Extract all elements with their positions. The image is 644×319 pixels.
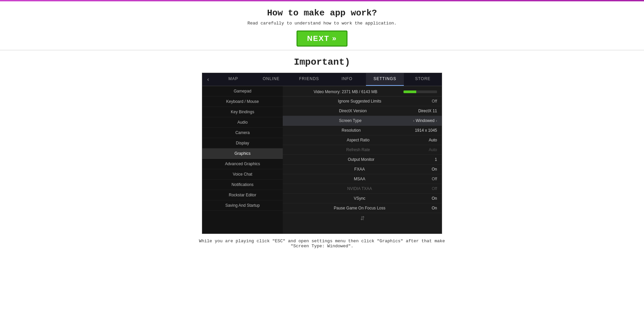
settings-row-directx[interactable]: DirectX Version DirectX 11 bbox=[283, 106, 442, 116]
video-memory-fill bbox=[404, 90, 416, 93]
label-screen-type: Screen Type bbox=[287, 118, 413, 123]
settings-row-output-monitor[interactable]: Output Monitor 1 bbox=[283, 155, 442, 165]
sidebar-item-notifications[interactable]: Notifications bbox=[202, 180, 283, 190]
settings-sidebar: Gamepad Keyboard / Mouse Key Bindings Au… bbox=[202, 86, 283, 234]
sidebar-item-key-bindings[interactable]: Key Bindings bbox=[202, 107, 283, 117]
settings-row-vsync[interactable]: VSync On bbox=[283, 194, 442, 203]
header: How to make app work? Read carefully to … bbox=[0, 1, 644, 50]
label-fxaa: FXAA bbox=[287, 167, 432, 172]
next-button[interactable]: NEXT » bbox=[297, 30, 347, 47]
settings-content: Video Memory: 2371 MB / 6143 MB Ignore S… bbox=[283, 86, 442, 234]
sidebar-item-advanced-graphics[interactable]: Advanced Graphics bbox=[202, 159, 283, 169]
sidebar-item-saving-startup[interactable]: Saving And Startup bbox=[202, 200, 283, 211]
value-refresh-rate: Auto bbox=[429, 147, 437, 152]
sidebar-item-gamepad[interactable]: Gamepad bbox=[202, 86, 283, 97]
settings-row-resolution[interactable]: Resolution 1914 x 1045 bbox=[283, 126, 442, 135]
gta-panel: ‹ MAP ONLINE FRIENDS INFO SETTINGS STORE… bbox=[202, 73, 442, 234]
nav-map[interactable]: MAP bbox=[214, 73, 252, 86]
gta-nav: ‹ MAP ONLINE FRIENDS INFO SETTINGS STORE bbox=[202, 73, 442, 86]
subtitle: Read carefully to understand how to work… bbox=[0, 21, 644, 26]
value-pause-game: On bbox=[432, 206, 437, 210]
label-aspect-ratio: Aspect Ratio bbox=[287, 138, 429, 142]
sidebar-item-voice-chat[interactable]: Voice Chat bbox=[202, 169, 283, 180]
value-vsync: On bbox=[432, 196, 437, 201]
label-output-monitor: Output Monitor bbox=[287, 157, 435, 162]
nav-settings[interactable]: SETTINGS bbox=[366, 73, 404, 86]
label-resolution: Resolution bbox=[287, 128, 415, 133]
label-pause-game: Pause Game On Focus Loss bbox=[287, 206, 432, 210]
sidebar-item-camera[interactable]: Camera bbox=[202, 128, 283, 138]
settings-row-aspect-ratio[interactable]: Aspect Ratio Auto bbox=[283, 135, 442, 145]
value-output-monitor: 1 bbox=[435, 157, 437, 162]
sidebar-item-display[interactable]: Display bbox=[202, 138, 283, 148]
video-memory-label: Video Memory: 2371 MB / 6143 MB bbox=[287, 89, 404, 94]
label-refresh-rate: Refresh Rate bbox=[287, 147, 429, 152]
video-memory-row: Video Memory: 2371 MB / 6143 MB bbox=[283, 86, 442, 97]
value-screen-type: ‹ Windowed › bbox=[413, 118, 437, 123]
next-arrows: » bbox=[332, 34, 337, 43]
sidebar-item-keyboard-mouse[interactable]: Keyboard / Mouse bbox=[202, 97, 283, 107]
label-ignore-limits: Ignore Suggested Limits bbox=[287, 99, 432, 104]
scroll-indicator: ⇵ bbox=[283, 213, 442, 224]
settings-row-fxaa[interactable]: FXAA On bbox=[283, 165, 442, 174]
value-fxaa: On bbox=[432, 167, 437, 172]
next-label: NEXT bbox=[307, 34, 332, 43]
sidebar-item-rockstar-editor[interactable]: Rockstar Editor bbox=[202, 190, 283, 200]
value-nvidia-txaa: Off bbox=[432, 186, 437, 191]
label-msaa: MSAA bbox=[287, 177, 432, 181]
nav-info[interactable]: INFO bbox=[328, 73, 366, 86]
video-memory-bar bbox=[404, 90, 437, 93]
gta-content: Gamepad Keyboard / Mouse Key Bindings Au… bbox=[202, 86, 442, 234]
important-title: Important) bbox=[0, 57, 644, 67]
label-directx: DirectX Version bbox=[287, 109, 418, 113]
nav-friends[interactable]: FRIENDS bbox=[290, 73, 328, 86]
nav-online[interactable]: ONLINE bbox=[252, 73, 290, 86]
settings-row-nvidia-txaa: NVIDIA TXAA Off bbox=[283, 184, 442, 194]
settings-row-screen-type[interactable]: Screen Type ‹ Windowed › bbox=[283, 116, 442, 126]
footer-text: While you are playing click "ESC" and op… bbox=[171, 234, 473, 253]
sidebar-item-audio[interactable]: Audio bbox=[202, 117, 283, 128]
screen-type-text: Windowed bbox=[416, 118, 434, 123]
value-msaa: Off bbox=[432, 177, 437, 181]
important-section: Important) ‹ MAP ONLINE FRIENDS INFO SET… bbox=[0, 50, 644, 257]
sidebar-item-graphics[interactable]: Graphics bbox=[202, 148, 283, 159]
nav-back[interactable]: ‹ bbox=[202, 73, 214, 86]
page-title: How to make app work? bbox=[0, 8, 644, 18]
chevron-right-icon: › bbox=[436, 119, 437, 123]
settings-row-pause-game[interactable]: Pause Game On Focus Loss On bbox=[283, 203, 442, 213]
chevron-left-icon: ‹ bbox=[413, 119, 415, 123]
settings-row-msaa[interactable]: MSAA Off bbox=[283, 174, 442, 184]
label-nvidia-txaa: NVIDIA TXAA bbox=[287, 186, 432, 191]
nav-store[interactable]: STORE bbox=[404, 73, 442, 86]
value-aspect-ratio: Auto bbox=[429, 138, 437, 142]
value-ignore-limits: Off bbox=[432, 99, 437, 104]
settings-row-ignore-limits[interactable]: Ignore Suggested Limits Off bbox=[283, 97, 442, 106]
value-resolution: 1914 x 1045 bbox=[415, 128, 437, 133]
settings-row-refresh-rate: Refresh Rate Auto bbox=[283, 145, 442, 155]
value-directx: DirectX 11 bbox=[418, 109, 437, 113]
label-vsync: VSync bbox=[287, 196, 432, 201]
